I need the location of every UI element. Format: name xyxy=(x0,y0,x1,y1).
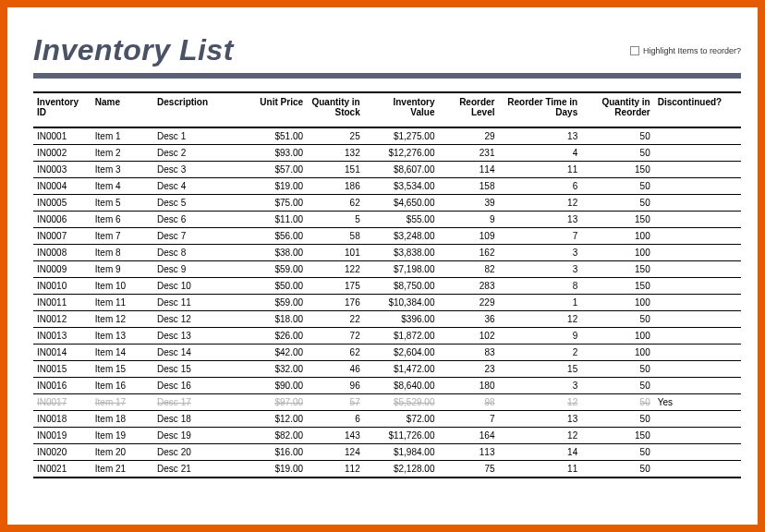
col-name[interactable]: Name xyxy=(91,92,153,127)
cell-qty-reorder[interactable]: 50 xyxy=(581,444,654,461)
cell-qty-stock[interactable]: 112 xyxy=(307,461,364,478)
cell-discontinued[interactable] xyxy=(654,178,741,195)
cell-qty-reorder[interactable]: 50 xyxy=(581,461,654,478)
cell-qty-stock[interactable]: 5 xyxy=(307,212,364,228)
table-row[interactable]: IN0004Item 4Desc 4$19.00186$3,534.001586… xyxy=(33,178,741,195)
col-reorder-time[interactable]: Reorder Time in Days xyxy=(499,92,582,127)
cell-description[interactable]: Desc 7 xyxy=(153,228,245,245)
cell-reorder-level[interactable]: 114 xyxy=(438,162,498,178)
cell-inventory-value[interactable]: $2,604.00 xyxy=(364,345,439,361)
cell-inventory-id[interactable]: IN0020 xyxy=(33,444,91,461)
cell-inventory-value[interactable]: $8,750.00 xyxy=(364,278,439,295)
cell-reorder-level[interactable]: 9 xyxy=(438,212,498,228)
cell-discontinued[interactable] xyxy=(654,278,741,295)
cell-discontinued[interactable] xyxy=(654,311,741,328)
cell-description[interactable]: Desc 3 xyxy=(153,162,245,178)
cell-inventory-value[interactable]: $55.00 xyxy=(364,212,439,228)
cell-name[interactable]: Item 10 xyxy=(91,278,153,295)
col-qty-stock[interactable]: Quantity in Stock xyxy=(307,92,364,127)
cell-reorder-level[interactable]: 109 xyxy=(438,228,498,245)
cell-name[interactable]: Item 17 xyxy=(91,394,153,411)
cell-description[interactable]: Desc 4 xyxy=(153,178,245,195)
cell-reorder-level[interactable]: 164 xyxy=(438,428,498,444)
cell-reorder-level[interactable]: 231 xyxy=(438,145,498,162)
cell-inventory-id[interactable]: IN0002 xyxy=(33,145,91,162)
cell-unit-price[interactable]: $19.00 xyxy=(245,461,307,478)
cell-qty-stock[interactable]: 176 xyxy=(307,295,364,311)
cell-qty-reorder[interactable]: 100 xyxy=(581,328,654,345)
cell-reorder-level[interactable]: 83 xyxy=(438,345,498,361)
cell-qty-reorder[interactable]: 50 xyxy=(581,178,654,195)
cell-reorder-level[interactable]: 36 xyxy=(438,311,498,328)
cell-inventory-id[interactable]: IN0004 xyxy=(33,178,91,195)
cell-name[interactable]: Item 9 xyxy=(91,261,153,278)
cell-reorder-level[interactable]: 162 xyxy=(438,245,498,261)
cell-name[interactable]: Item 21 xyxy=(91,461,153,478)
cell-inventory-id[interactable]: IN0019 xyxy=(33,428,91,444)
cell-unit-price[interactable]: $59.00 xyxy=(245,295,307,311)
cell-qty-reorder[interactable]: 100 xyxy=(581,228,654,245)
cell-description[interactable]: Desc 13 xyxy=(153,328,245,345)
cell-description[interactable]: Desc 9 xyxy=(153,261,245,278)
cell-name[interactable]: Item 16 xyxy=(91,378,153,394)
cell-qty-reorder[interactable]: 150 xyxy=(581,278,654,295)
cell-discontinued[interactable]: Yes xyxy=(654,394,741,411)
table-row[interactable]: IN0016Item 16Desc 16$90.0096$8,640.00180… xyxy=(33,378,741,394)
cell-qty-stock[interactable]: 62 xyxy=(307,345,364,361)
cell-qty-reorder[interactable]: 50 xyxy=(581,145,654,162)
cell-reorder-level[interactable]: 158 xyxy=(438,178,498,195)
cell-inventory-value[interactable]: $3,248.00 xyxy=(364,228,439,245)
cell-reorder-time[interactable]: 13 xyxy=(499,127,582,145)
table-row[interactable]: IN0014Item 14Desc 14$42.0062$2,604.00832… xyxy=(33,345,741,361)
cell-qty-stock[interactable]: 57 xyxy=(307,394,364,411)
cell-unit-price[interactable]: $51.00 xyxy=(245,127,307,145)
cell-qty-stock[interactable]: 72 xyxy=(307,328,364,345)
cell-qty-reorder[interactable]: 150 xyxy=(581,428,654,444)
cell-unit-price[interactable]: $56.00 xyxy=(245,228,307,245)
cell-unit-price[interactable]: $57.00 xyxy=(245,162,307,178)
cell-qty-stock[interactable]: 143 xyxy=(307,428,364,444)
cell-name[interactable]: Item 19 xyxy=(91,428,153,444)
table-row[interactable]: IN0007Item 7Desc 7$56.0058$3,248.0010971… xyxy=(33,228,741,245)
cell-qty-stock[interactable]: 132 xyxy=(307,145,364,162)
cell-reorder-level[interactable]: 23 xyxy=(438,361,498,378)
cell-reorder-time[interactable]: 1 xyxy=(499,295,582,311)
table-row[interactable]: IN0018Item 18Desc 18$12.006$72.0071350 xyxy=(33,411,741,428)
table-row[interactable]: IN0011Item 11Desc 11$59.00176$10,384.002… xyxy=(33,295,741,311)
cell-name[interactable]: Item 20 xyxy=(91,444,153,461)
cell-unit-price[interactable]: $11.00 xyxy=(245,212,307,228)
cell-qty-reorder[interactable]: 150 xyxy=(581,261,654,278)
cell-inventory-id[interactable]: IN0003 xyxy=(33,162,91,178)
cell-discontinued[interactable] xyxy=(654,228,741,245)
table-row[interactable]: IN0017Item 17Desc 17$97.0057$5,529.00981… xyxy=(33,394,741,411)
col-qty-reorder[interactable]: Quantity in Reorder xyxy=(581,92,654,127)
cell-name[interactable]: Item 7 xyxy=(91,228,153,245)
cell-unit-price[interactable]: $12.00 xyxy=(245,411,307,428)
cell-qty-stock[interactable]: 62 xyxy=(307,195,364,212)
cell-inventory-id[interactable]: IN0009 xyxy=(33,261,91,278)
cell-unit-price[interactable]: $42.00 xyxy=(245,345,307,361)
cell-qty-reorder[interactable]: 100 xyxy=(581,295,654,311)
cell-qty-stock[interactable]: 22 xyxy=(307,311,364,328)
cell-description[interactable]: Desc 10 xyxy=(153,278,245,295)
cell-inventory-value[interactable]: $8,607.00 xyxy=(364,162,439,178)
cell-reorder-time[interactable]: 11 xyxy=(499,162,582,178)
cell-reorder-time[interactable]: 2 xyxy=(499,345,582,361)
cell-description[interactable]: Desc 14 xyxy=(153,345,245,361)
cell-qty-reorder[interactable]: 50 xyxy=(581,394,654,411)
cell-discontinued[interactable] xyxy=(654,145,741,162)
cell-inventory-id[interactable]: IN0007 xyxy=(33,228,91,245)
cell-inventory-id[interactable]: IN0018 xyxy=(33,411,91,428)
cell-unit-price[interactable]: $32.00 xyxy=(245,361,307,378)
cell-qty-reorder[interactable]: 100 xyxy=(581,245,654,261)
cell-inventory-value[interactable]: $8,640.00 xyxy=(364,378,439,394)
cell-reorder-time[interactable]: 9 xyxy=(499,328,582,345)
cell-discontinued[interactable] xyxy=(654,195,741,212)
cell-reorder-time[interactable]: 12 xyxy=(499,195,582,212)
cell-reorder-level[interactable]: 7 xyxy=(438,411,498,428)
cell-reorder-level[interactable]: 75 xyxy=(438,461,498,478)
cell-inventory-id[interactable]: IN0017 xyxy=(33,394,91,411)
cell-inventory-id[interactable]: IN0015 xyxy=(33,361,91,378)
table-row[interactable]: IN0021Item 21Desc 21$19.00112$2,128.0075… xyxy=(33,461,741,478)
cell-qty-stock[interactable]: 175 xyxy=(307,278,364,295)
